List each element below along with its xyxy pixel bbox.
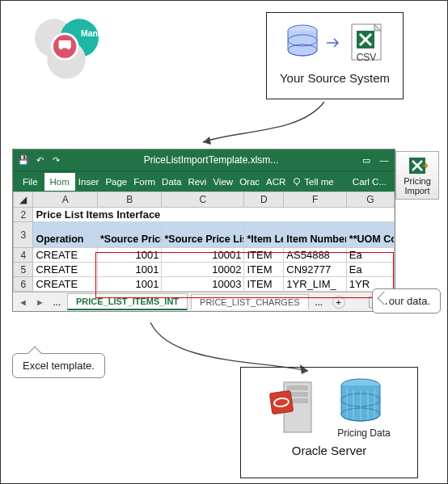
add-sheet-button[interactable]: + [332,296,345,309]
cell[interactable]: ITEM [244,263,284,277]
sheet-nav-next-icon[interactable]: ► [33,297,47,307]
pricing-data-label: Pricing Data [337,427,390,439]
cell[interactable]: 10003 [162,277,244,292]
tab-file[interactable]: File [16,174,44,190]
tab-view[interactable]: View [209,174,236,190]
cell[interactable]: AS54888 [284,248,346,263]
svg-point-13 [294,178,300,183]
cell[interactable]: CN92777 [284,263,346,277]
spreadsheet-grid[interactable]: ◢ A B C D F G 2 Price List Items Interfa… [13,191,395,292]
excel-export-icon [407,155,428,176]
tab-data[interactable]: Data [158,174,184,190]
pricing-import-button[interactable]: Pricing Import [395,151,439,200]
excel-ribbon: File Hom Inser Page Form Data Revi View … [13,170,395,191]
cell[interactable]: 10001 [162,248,244,263]
oracle-server-icon [268,376,326,439]
cell[interactable]: 1001 [97,277,162,292]
col-header-C[interactable]: C [162,192,244,208]
redo-icon[interactable]: ↷ [50,154,61,166]
excel-window: 💾 ↶ ↷ PriceListImportTemplate.xlsm... ▭ … [12,149,395,312]
table-row[interactable]: 3 Operation *Source Price List ID *Sourc… [14,222,395,248]
table-row[interactable]: 6 CREATE 1001 10003 ITEM 1YR_LIM_ 1YR [14,277,395,292]
manage-propeller-icon: Manage [19,9,116,86]
hdr-uom-code[interactable]: **UOM Code [346,222,394,248]
window-restore-icon[interactable]: ▭ [361,154,372,166]
sheet-tab-more-right[interactable]: ... [312,295,326,309]
tab-page-layout[interactable]: Page [102,174,130,190]
source-system-label: Your Source System [272,71,398,85]
callout-text: Excel template. [23,360,95,372]
col-header-G[interactable]: G [346,192,394,208]
tab-home[interactable]: Hom [44,173,75,191]
sheet-nav-prev-icon[interactable]: ◄ [16,297,30,307]
cell[interactable]: 1001 [97,263,162,277]
cell[interactable]: 1001 [97,248,162,263]
col-header-F[interactable]: F [284,192,346,208]
undo-icon[interactable]: ↶ [34,154,45,166]
sheet-tab-price-list-items[interactable]: PRICE_LIST_ITEMS_INT [67,293,188,310]
col-header-B[interactable]: B [97,192,162,208]
cell[interactable]: CREATE [33,248,98,263]
sheet-tabs-bar: ◄ ► ... PRICE_LIST_ITEMS_INT PRICE_LIST_… [13,292,395,311]
oracle-server-label: Oracle Server [246,444,412,457]
csv-label: CSV [347,52,386,63]
svg-rect-20 [270,390,294,414]
lightbulb-icon [292,177,302,187]
row-header[interactable]: 2 [14,208,33,222]
callout-excel-template: Excel template. [12,353,105,378]
tell-me[interactable]: Tell me [292,177,333,187]
col-header-D[interactable]: D [244,192,284,208]
sheet-area[interactable]: ◢ A B C D F G 2 Price List Items Interfa… [13,191,395,292]
select-all-cell[interactable]: ◢ [14,192,33,208]
hdr-item-number[interactable]: Item Number [284,222,346,248]
tell-me-label: Tell me [304,177,333,187]
hdr-operation[interactable]: Operation [33,222,98,248]
tab-formulas[interactable]: Form [130,174,158,190]
tab-oracle[interactable]: Orac [236,174,263,190]
interface-title[interactable]: Price List Items Interface [33,208,395,222]
sheet-tab-more-left[interactable]: ... [50,295,64,309]
arrow-right-icon [326,37,342,48]
row-header[interactable]: 3 [14,222,33,248]
svg-point-7 [67,47,70,50]
table-row[interactable]: 4 CREATE 1001 10001 ITEM AS54888 Ea [14,248,395,263]
svg-rect-17 [287,385,308,390]
oracle-server-panel: Pricing Data Oracle Server [240,367,418,478]
sheet-tab-price-list-charges[interactable]: PRICE_LIST_CHARGES [191,294,308,309]
cell[interactable]: ITEM [244,277,284,292]
excel-file-title: PriceListImportTemplate.xlsm... [61,154,361,166]
row-header[interactable]: 6 [14,277,33,292]
cell[interactable]: Ea [346,248,394,263]
cell[interactable]: CREATE [33,277,98,292]
hdr-source-price-list-item-id[interactable]: *Source Price List Item ID [162,222,244,248]
database-icon [284,23,321,63]
cell[interactable]: Ea [346,263,394,277]
save-icon[interactable]: 💾 [18,154,29,166]
database-storage-icon [337,377,384,427]
hdr-item-level[interactable]: *Item Level [244,222,284,248]
excel-titlebar: 💾 ↶ ↷ PriceListImportTemplate.xlsm... ▭ … [13,149,395,170]
tab-review[interactable]: Revi [184,174,209,190]
manage-label: Manage [81,29,112,38]
cell[interactable]: 1YR_LIM_ [284,277,346,292]
pricing-import-label-2: Import [404,186,429,196]
window-minimize-icon[interactable]: — [378,154,390,166]
cell[interactable]: 10002 [162,263,244,277]
csv-file-icon: CSV [347,21,386,65]
hdr-source-price-list-id[interactable]: *Source Price List ID [97,222,162,248]
pricing-import-label-1: Pricing [404,176,431,186]
tab-insert[interactable]: Inser [75,174,103,190]
row-header[interactable]: 4 [14,248,33,263]
table-row[interactable]: 5 CREATE 1001 10002 ITEM CN92777 Ea [14,263,395,277]
svg-point-6 [60,47,63,50]
cell[interactable]: CREATE [33,263,98,277]
row-header[interactable]: 5 [14,263,33,277]
source-system-panel: CSV Your Source System [266,12,404,99]
cell[interactable]: ITEM [244,248,284,263]
user-account[interactable]: Carl C... [348,174,391,190]
tab-acrobat[interactable]: ACR [263,174,289,190]
arrow-source-to-excel [187,98,349,154]
table-row[interactable]: 2 Price List Items Interface [14,208,395,222]
col-header-A[interactable]: A [33,192,98,208]
